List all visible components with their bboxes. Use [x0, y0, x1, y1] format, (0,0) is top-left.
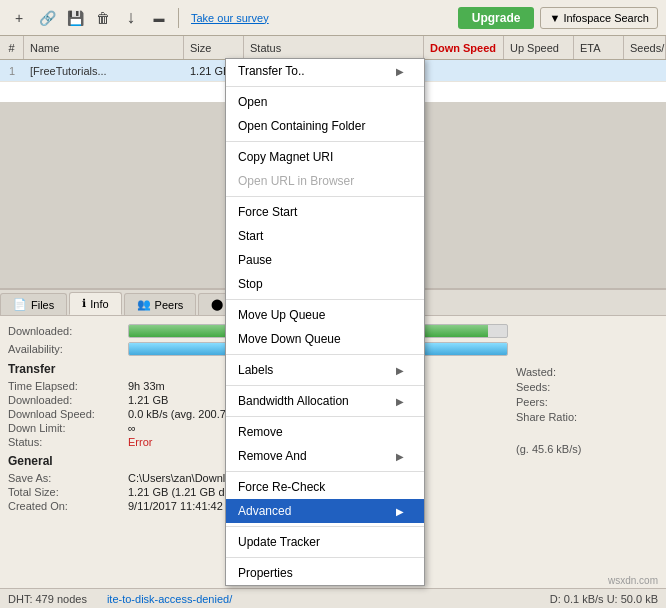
status-label: Status:	[8, 436, 128, 448]
col-status[interactable]: Status	[244, 36, 424, 59]
download-button[interactable]: ↓	[120, 7, 142, 29]
row-seeds	[624, 60, 666, 81]
menu-sep-8	[226, 471, 424, 472]
col-size[interactable]: Size	[184, 36, 244, 59]
time-elapsed-label: Time Elapsed:	[8, 380, 128, 392]
menu-advanced[interactable]: Advanced ▶ Reset Bans Clear Peer List Se…	[226, 499, 424, 523]
col-up-speed[interactable]: Up Speed	[504, 36, 574, 59]
peers-icon: 👥	[137, 298, 151, 311]
menu-labels[interactable]: Labels ▶	[226, 358, 424, 382]
menu-labels-arrow: ▶	[396, 365, 404, 376]
status-bar: DHT: 479 nodes ite-to-disk-access-denied…	[0, 588, 666, 608]
add-button[interactable]: +	[8, 7, 30, 29]
menu-open-url[interactable]: Open URL in Browser	[226, 169, 424, 193]
menu-sep-2	[226, 141, 424, 142]
menu-start[interactable]: Start	[226, 224, 424, 248]
menu-sep-9	[226, 526, 424, 527]
files-icon: 📄	[13, 298, 27, 311]
tab-peers[interactable]: 👥 Peers	[124, 293, 197, 315]
save-as-label: Save As:	[8, 472, 128, 484]
menu-sep-7	[226, 416, 424, 417]
tab-info[interactable]: ℹ Info	[69, 292, 121, 315]
upgrade-button[interactable]: Upgrade	[458, 7, 535, 29]
downloaded-label2: Downloaded:	[8, 394, 128, 406]
total-size-label: Total Size:	[8, 486, 128, 498]
menu-arrow: ▶	[396, 66, 404, 77]
col-seeds[interactable]: Seeds/P	[624, 36, 666, 59]
row-down-speed	[424, 60, 504, 81]
menu-open[interactable]: Open	[226, 90, 424, 114]
col-num: #	[0, 36, 24, 59]
menu-force-recheck[interactable]: Force Re-Check	[226, 475, 424, 499]
menu-remove-and[interactable]: Remove And ▶	[226, 444, 424, 468]
menu-sep-6	[226, 385, 424, 386]
menu-copy-magnet[interactable]: Copy Magnet URI	[226, 145, 424, 169]
availability-label: Availability:	[8, 343, 128, 355]
menu-remove[interactable]: Remove	[226, 420, 424, 444]
info-right: Wasted: Seeds: Peers: Share Ratio: (g. 4…	[516, 316, 666, 608]
menu-move-down[interactable]: Move Down Queue	[226, 327, 424, 351]
utorrent-search-button[interactable]: ▼ Infospace Search	[540, 7, 658, 29]
menu-bandwidth[interactable]: Bandwidth Allocation ▶	[226, 389, 424, 413]
status-link[interactable]: ite-to-disk-access-denied/	[107, 593, 232, 605]
site-watermark: wsxdn.com	[608, 575, 658, 586]
col-name[interactable]: Name	[24, 36, 184, 59]
menu-pause[interactable]: Pause	[226, 248, 424, 272]
menu-properties[interactable]: Properties	[226, 561, 424, 585]
menu-force-start[interactable]: Force Start	[226, 200, 424, 224]
delete-button[interactable]: 🗑	[92, 7, 114, 29]
menu-sep-1	[226, 86, 424, 87]
menu-move-up[interactable]: Move Up Queue	[226, 303, 424, 327]
col-eta[interactable]: ETA	[574, 36, 624, 59]
wasted-row: Wasted:	[516, 366, 658, 378]
context-menu: Transfer To.. ▶ Open Open Containing Fol…	[225, 58, 425, 586]
menu-sep-3	[226, 196, 424, 197]
menu-sep-10	[226, 557, 424, 558]
menu-sep-4	[226, 299, 424, 300]
downloaded-label: Downloaded:	[8, 325, 128, 337]
save-button[interactable]: 💾	[64, 7, 86, 29]
row-up-speed	[504, 60, 574, 81]
toolbar: + 🔗 💾 🗑 ↓ ▬ Take our survey Upgrade ▼ In…	[0, 0, 666, 36]
menu-transfer-to[interactable]: Transfer To.. ▶	[226, 59, 424, 83]
menu-remove-arrow: ▶	[396, 451, 404, 462]
menu-update-tracker[interactable]: Update Tracker	[226, 530, 424, 554]
speed-status: D: 0.1 kB/s U: 50.0 kB	[550, 593, 658, 605]
ul-speed-row: (g. 45.6 kB/s)	[516, 443, 658, 455]
link-button[interactable]: 🔗	[36, 7, 58, 29]
dht-status: DHT: 479 nodes	[8, 593, 87, 605]
info-icon: ℹ	[82, 297, 86, 310]
peers-row: Peers:	[516, 396, 658, 408]
created-label: Created On:	[8, 500, 128, 512]
table-header: # Name Size Status Down Speed Up Speed E…	[0, 36, 666, 60]
row-name: [FreeTutorials...	[24, 60, 184, 81]
menu-stop[interactable]: Stop	[226, 272, 424, 296]
survey-link[interactable]: Take our survey	[191, 12, 269, 24]
menu-advanced-arrow: ▶	[396, 506, 404, 517]
row-eta	[574, 60, 624, 81]
row-num: 1	[0, 60, 24, 81]
toolbar-separator	[178, 8, 179, 28]
menu-sep-5	[226, 354, 424, 355]
seeds-row: Seeds:	[516, 381, 658, 393]
menu-open-folder[interactable]: Open Containing Folder	[226, 114, 424, 138]
col-down-speed[interactable]: Down Speed	[424, 36, 504, 59]
more-button[interactable]: ▬	[148, 7, 170, 29]
down-limit-label: Down Limit:	[8, 422, 128, 434]
menu-transfer-to-label: Transfer To..	[238, 64, 305, 78]
tab-files[interactable]: 📄 Files	[0, 293, 67, 315]
trackers-icon: ⬤	[211, 298, 223, 311]
menu-bandwidth-arrow: ▶	[396, 396, 404, 407]
ratio-row: Share Ratio:	[516, 411, 658, 423]
dl-speed-label: Download Speed:	[8, 408, 128, 420]
